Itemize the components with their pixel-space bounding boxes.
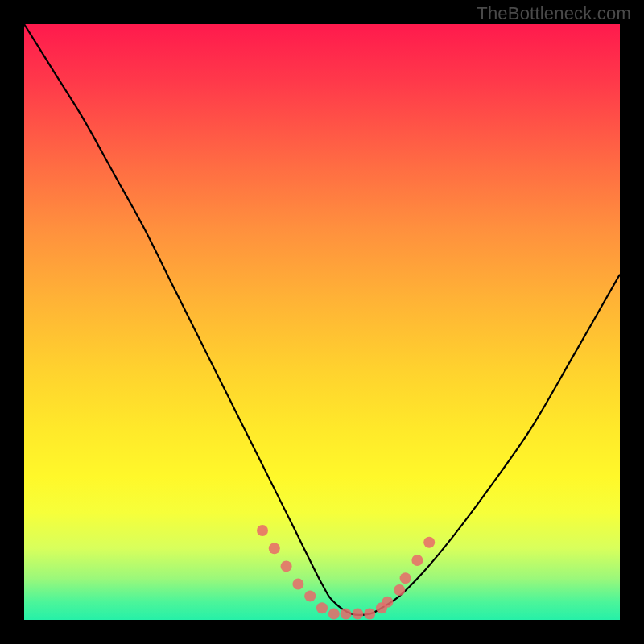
watermark-text: TheBottleneck.com (477, 3, 631, 24)
marker-dot (269, 543, 280, 554)
marker-dot (281, 560, 292, 572)
marker-dot (257, 525, 268, 536)
marker-dot (423, 537, 435, 548)
marker-dot (352, 609, 363, 620)
marker-dot (304, 590, 316, 601)
marker-dot (316, 602, 328, 613)
marker-dot (341, 609, 352, 620)
highlight-markers (257, 525, 435, 620)
marker-dot (400, 572, 411, 584)
curve-layer (24, 24, 620, 620)
marker-dot (328, 609, 340, 620)
marker-dot (292, 579, 303, 590)
chart-frame: TheBottleneck.com (0, 0, 644, 644)
curve-path (24, 24, 620, 615)
marker-dot (382, 597, 393, 608)
plot-area (24, 24, 620, 620)
bottleneck-curve (24, 24, 620, 615)
marker-dot (394, 584, 405, 596)
marker-dot (411, 555, 423, 566)
marker-dot (364, 609, 375, 620)
